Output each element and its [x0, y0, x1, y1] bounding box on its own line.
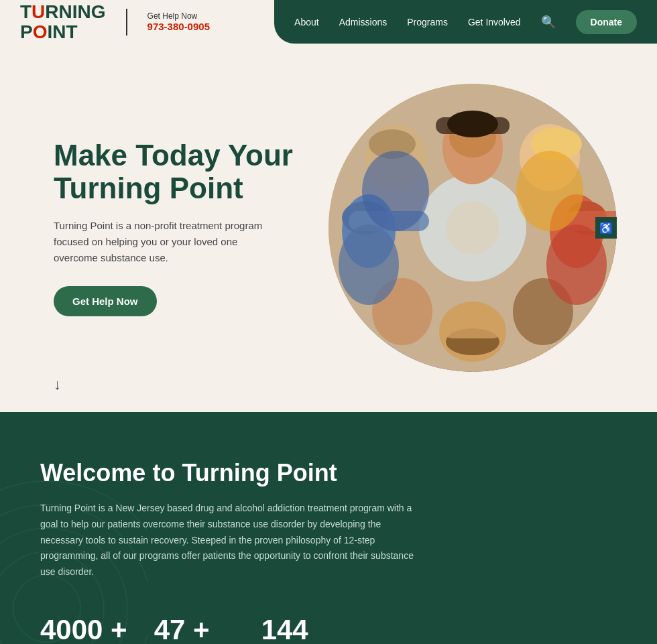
hero-cta-button[interactable]: Get Help Now: [54, 286, 157, 316]
logo-area: TURNING POINT Get Help Now 973-380-0905: [20, 2, 210, 42]
svg-rect-22: [442, 318, 503, 338]
svg-point-25: [362, 151, 429, 231]
stats-row: 4000 + Patients Helped a Year 47 + Years…: [40, 614, 416, 644]
hero-image-area: ♿: [328, 84, 617, 372]
accessibility-icon: ♿: [599, 222, 613, 235]
hero-circle-image: [328, 84, 617, 372]
logo-divider: [126, 9, 127, 36]
svg-rect-23: [436, 117, 510, 134]
nav-admissions[interactable]: Admissions: [339, 17, 387, 27]
main-nav: About Admissions Programs Get Involved 🔍…: [274, 0, 657, 44]
nav-programs[interactable]: Programs: [407, 17, 448, 27]
hero-title: Make Today Your Turning Point: [54, 139, 328, 204]
welcome-section: Welcome to Turning Point Turning Point i…: [0, 412, 657, 644]
nav-about[interactable]: About: [294, 17, 319, 27]
stat-patients-number: 4000 +: [40, 614, 127, 644]
nav-get-involved[interactable]: Get Involved: [468, 17, 521, 27]
donate-button[interactable]: Donate: [576, 10, 637, 34]
search-icon[interactable]: 🔍: [541, 15, 556, 29]
stat-patients: 4000 + Patients Helped a Year: [40, 614, 127, 644]
hero-section: Make Today Your Turning Point Turning Po…: [0, 44, 657, 412]
site-header: TURNING POINT Get Help Now 973-380-0905 …: [0, 0, 657, 44]
hero-content: Make Today Your Turning Point Turning Po…: [54, 139, 328, 316]
hero-description: Turning Point is a non-profit treatment …: [54, 218, 282, 266]
logo[interactable]: TURNING POINT: [20, 2, 106, 42]
header-contact: Get Help Now 973-380-0905: [147, 11, 210, 32]
scroll-arrow[interactable]: ↓: [54, 376, 61, 393]
welcome-title: Welcome to Turning Point: [40, 459, 416, 487]
accessibility-button[interactable]: ♿: [595, 217, 617, 239]
welcome-content: Welcome to Turning Point Turning Point i…: [40, 459, 416, 644]
stat-beds-number: 144: [261, 614, 342, 644]
stat-beds: 144 Beds in Our Residential Facility: [261, 614, 342, 644]
stat-years-number: 47 +: [154, 614, 235, 644]
svg-point-26: [339, 224, 399, 305]
svg-point-19: [446, 201, 499, 255]
welcome-description: Turning Point is a New Jersey based drug…: [40, 501, 416, 580]
logo-text: TURNING POINT: [20, 2, 106, 42]
phone-number[interactable]: 973-380-0905: [147, 21, 210, 32]
svg-point-24: [516, 151, 583, 231]
stat-years: 47 + Years of Effective Treatment: [154, 614, 235, 644]
get-help-label: Get Help Now: [147, 11, 210, 21]
hero-group-photo: [328, 84, 617, 372]
